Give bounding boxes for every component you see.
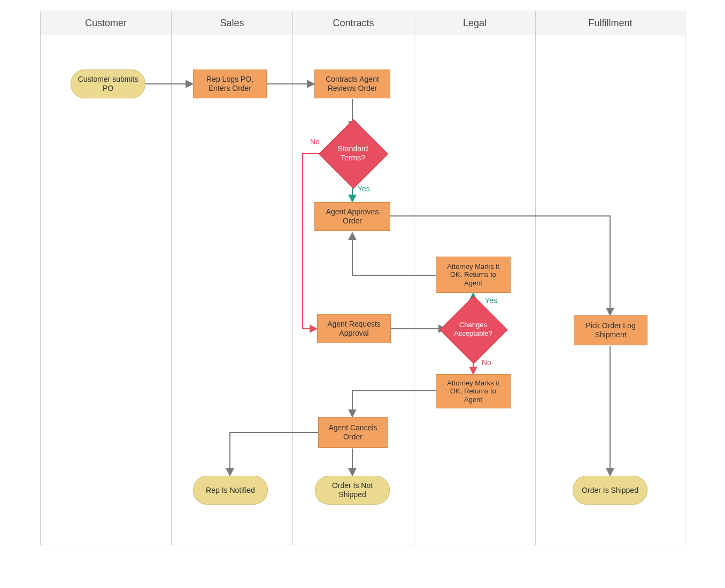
process-rep-logs-po: Rep Logs PO, Enters Order bbox=[193, 69, 267, 98]
lane-header-legal: Legal bbox=[414, 11, 536, 35]
lane-body-sales bbox=[171, 35, 293, 545]
lane-header-sales: Sales bbox=[171, 11, 293, 35]
end-rep-notified: Rep Is Notified bbox=[193, 476, 268, 505]
process-agent-approves: Agent Approves Order bbox=[314, 202, 390, 231]
lane-body-fulfillment bbox=[535, 35, 685, 545]
end-not-shipped: Order Is Not Shipped bbox=[315, 476, 390, 505]
edge-label-no-1: No bbox=[310, 137, 320, 146]
swimlane-diagram: Customer Sales Contracts Legal Fulfillme… bbox=[40, 11, 685, 545]
process-agent-requests-approval: Agent Requests Approval bbox=[317, 314, 391, 343]
process-agent-cancels: Agent Cancels Order bbox=[318, 417, 388, 448]
start-customer-submits-po: Customer submits PO bbox=[71, 69, 145, 98]
edge-label-yes-1: Yes bbox=[358, 184, 370, 193]
lane-body-customer bbox=[40, 35, 172, 545]
end-shipped: Order Is Shipped bbox=[573, 476, 647, 505]
decision-standard-terms: Standard Terms? bbox=[329, 129, 377, 177]
decision-changes-acceptable: Changes Acceptable? bbox=[450, 306, 497, 353]
decision-standard-terms-label: Standard Terms? bbox=[329, 129, 377, 177]
lane-body-contracts bbox=[292, 35, 414, 545]
lane-header-customer: Customer bbox=[40, 11, 172, 35]
edge-label-no-2: No bbox=[482, 358, 491, 367]
edge-label-yes-2: Yes bbox=[485, 296, 497, 305]
lane-header-contracts: Contracts bbox=[292, 11, 414, 35]
process-attorney-ok-2: Attorney Marks it OK, Returns to Agent bbox=[436, 374, 511, 408]
process-contracts-reviews: Contracts Agent Reviews Order bbox=[314, 69, 390, 98]
process-attorney-ok-1: Attorney Marks it OK, Returns to Agent bbox=[436, 257, 511, 293]
process-pick-order: Pick Order Log Shipment bbox=[574, 315, 647, 345]
decision-changes-acceptable-label: Changes Acceptable? bbox=[450, 306, 497, 353]
lane-header-fulfillment: Fulfillment bbox=[535, 11, 685, 35]
